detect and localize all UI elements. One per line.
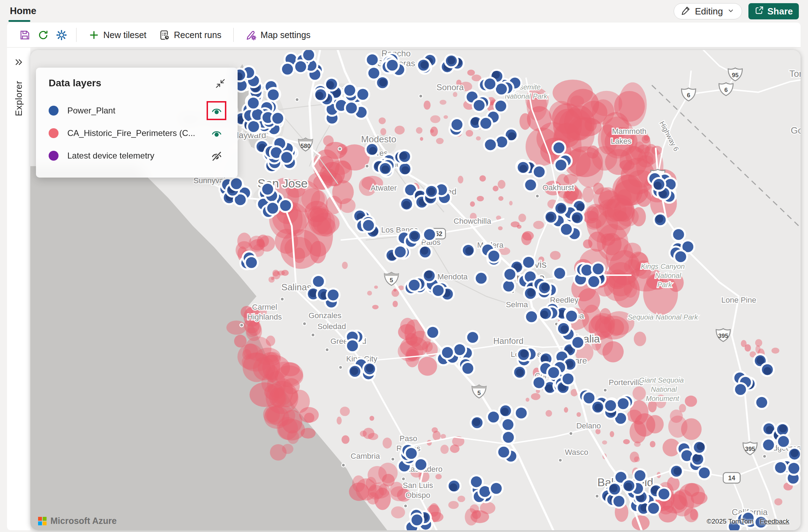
map-container[interactable]: Highway 6ConcordStocktonRanchoCalaverasS… (30, 50, 801, 530)
azure-label: Microsoft Azure (50, 516, 117, 526)
svg-text:395: 395 (718, 333, 728, 339)
svg-text:Porterville: Porterville (609, 378, 643, 387)
svg-text:Oakhurst: Oakhurst (543, 183, 574, 192)
tab-home-underline (8, 20, 30, 22)
layer-visibility-toggle[interactable] (208, 148, 225, 164)
svg-text:Monument: Monument (646, 395, 680, 402)
svg-text:Selma: Selma (506, 300, 528, 309)
copyright-text: ©2025 TomTom (707, 518, 754, 525)
gear-icon (56, 29, 67, 41)
svg-text:5: 5 (477, 390, 480, 396)
layer-visibility-toggle[interactable] (208, 125, 225, 141)
share-label: Share (767, 6, 793, 17)
layer-label: Power_Plant (67, 106, 208, 116)
map-settings-icon (246, 30, 257, 41)
layer-row: Latest device telemetry (49, 144, 225, 167)
layer-visibility-toggle[interactable] (208, 103, 225, 119)
svg-text:Lakes: Lakes (611, 137, 631, 146)
layer-row: CA_Historic_Fire_Perimeters (C... (49, 122, 225, 144)
new-tileset-button[interactable]: New tileset (83, 26, 152, 43)
svg-text:Mendota: Mendota (437, 272, 468, 281)
svg-text:Lone Pine: Lone Pine (721, 296, 756, 304)
svg-text:Gol: Gol (791, 125, 801, 136)
layer-color-chip (49, 128, 59, 138)
svg-text:Park: Park (657, 281, 672, 289)
svg-text:Mammoth: Mammoth (612, 127, 647, 136)
data-layers-panel: Data layers Power_Plant CA_Historic_Fire… (36, 68, 238, 178)
panel-title: Data layers (49, 78, 101, 89)
save-icon (19, 29, 31, 41)
svg-text:Atwater: Atwater (371, 184, 397, 192)
editing-label: Editing (695, 6, 723, 17)
svg-text:Cambria: Cambria (351, 452, 380, 460)
recent-runs-button[interactable]: Recent runs (153, 26, 227, 43)
svg-text:National: National (655, 272, 681, 279)
svg-text:Carmel: Carmel (252, 303, 277, 311)
explorer-label: Explorer (13, 81, 24, 116)
explorer-sidebar: Explorer (7, 48, 30, 530)
microsoft-logo-icon (38, 517, 47, 525)
pencil-icon (681, 5, 691, 18)
toolbar-divider (233, 28, 234, 42)
chevron-down-icon (727, 6, 735, 17)
new-tileset-label: New tileset (103, 30, 146, 40)
svg-text:5: 5 (390, 277, 393, 284)
svg-text:Wasco: Wasco (565, 448, 588, 457)
map-settings-button[interactable]: Map settings (240, 26, 316, 43)
svg-text:95: 95 (732, 72, 739, 79)
layer-label: CA_Historic_Fire_Perimeters (C... (67, 128, 208, 138)
collapse-icon (215, 78, 226, 89)
layer-row: Power_Plant (49, 99, 225, 122)
main-content: Explorer Highway 6ConcordStocktonRanchoC… (7, 48, 801, 530)
svg-text:Gonzales: Gonzales (308, 311, 341, 320)
layer-color-chip (49, 151, 59, 161)
map-attribution: ©2025 TomTom Feedback (707, 518, 789, 525)
editing-mode-button[interactable]: Editing (674, 3, 742, 19)
svg-text:Delano: Delano (576, 421, 601, 430)
top-bar: Home Editing Share (0, 0, 808, 23)
svg-text:Sequoia National Park: Sequoia National Park (628, 313, 698, 321)
svg-text:Chowchilla: Chowchilla (454, 217, 491, 225)
toolbar-divider (76, 28, 76, 42)
svg-text:Paso: Paso (399, 434, 417, 443)
svg-text:National: National (651, 385, 677, 393)
svg-text:580: 580 (301, 143, 311, 149)
svg-text:14: 14 (728, 475, 735, 482)
azure-attribution: Microsoft Azure (38, 516, 117, 526)
collapse-panel-button[interactable] (213, 76, 228, 91)
svg-text:Modesto: Modesto (361, 134, 396, 144)
feedback-link[interactable]: Feedback (760, 518, 789, 525)
expand-sidebar-button[interactable] (11, 55, 26, 70)
svg-text:395: 395 (745, 446, 755, 452)
refresh-icon (37, 29, 49, 41)
map-settings-label: Map settings (261, 30, 311, 40)
share-icon (754, 5, 764, 18)
toolbar: New tileset Recent runs Map settings (7, 23, 801, 48)
svg-text:6: 6 (724, 87, 728, 93)
svg-text:Highlands: Highlands (247, 313, 282, 321)
save-button[interactable] (16, 26, 33, 43)
refresh-button[interactable] (35, 26, 51, 43)
recent-runs-label: Recent runs (174, 30, 221, 40)
svg-text:6: 6 (687, 92, 690, 99)
svg-text:Kings Canyon: Kings Canyon (641, 262, 685, 270)
svg-text:Giant Sequoia: Giant Sequoia (639, 376, 684, 384)
share-button[interactable]: Share (748, 3, 799, 19)
svg-text:Sonora: Sonora (436, 82, 464, 92)
svg-text:Tor: Tor (789, 68, 801, 79)
svg-text:Obispo: Obispo (406, 491, 430, 500)
tab-home[interactable]: Home (8, 0, 38, 22)
plus-icon (88, 30, 99, 41)
svg-text:San Luis: San Luis (403, 481, 433, 490)
svg-text:Hanford: Hanford (493, 336, 524, 346)
double-chevron-right-icon (13, 57, 24, 68)
recent-runs-icon (159, 30, 170, 41)
settings-button[interactable] (53, 26, 70, 43)
svg-text:Soledad: Soledad (318, 322, 346, 331)
layer-color-chip (49, 106, 59, 116)
layer-label: Latest device telemetry (67, 151, 208, 161)
layer-list: Power_Plant CA_Historic_Fire_Perimeters … (49, 99, 225, 167)
